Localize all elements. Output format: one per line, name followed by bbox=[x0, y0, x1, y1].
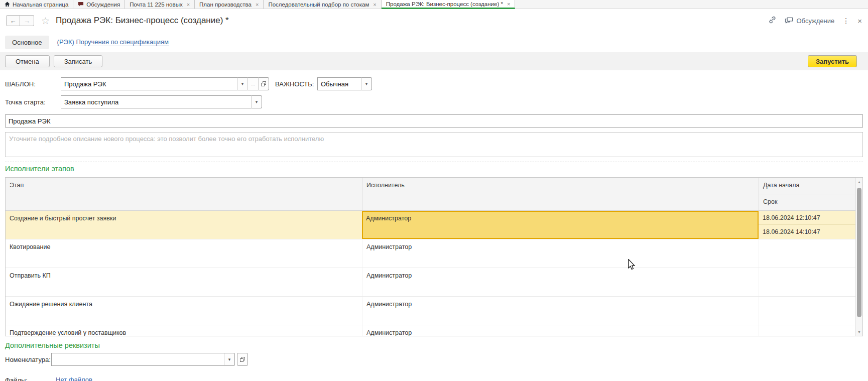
splitter[interactable] bbox=[5, 162, 863, 162]
table-row[interactable]: Ожидание решения клиента Администратор bbox=[6, 297, 862, 325]
nomenclature-label: Номенклатура: bbox=[5, 356, 51, 363]
start-point-field-group: ▾ bbox=[61, 95, 262, 108]
discussion-label: Обсуждение bbox=[796, 17, 834, 25]
files-label: Файлы: bbox=[5, 376, 56, 381]
process-name-input[interactable] bbox=[5, 114, 863, 128]
template-input[interactable] bbox=[61, 77, 237, 90]
form-header: ← → ☆ Продажа РЭК: Бизнес-процесс (созда… bbox=[0, 9, 868, 32]
template-label: ШАБЛОН: bbox=[5, 80, 61, 88]
discussion-button[interactable]: Обсуждение bbox=[785, 17, 834, 25]
stages-table: Этап Исполнитель Дата начала Срок Создан… bbox=[5, 177, 863, 336]
description-textarea[interactable] bbox=[5, 132, 863, 157]
dates-cell[interactable]: 18.06.2024 12:10:47 18.06.2024 14:10:47 bbox=[759, 211, 862, 239]
tab-label: Продажа РЭК: Бизнес-процесс (создание) * bbox=[386, 1, 503, 7]
start-button[interactable]: Запустить bbox=[808, 55, 857, 67]
close-icon[interactable]: × bbox=[187, 2, 190, 8]
form-content: ШАБЛОН: ▾ ... ВАЖНОСТЬ: ▾ Точка старта: … bbox=[0, 77, 868, 381]
importance-dropdown-icon[interactable]: ▾ bbox=[361, 77, 372, 90]
chat-icon bbox=[78, 2, 84, 7]
tab-label: Почта 11 225 новых bbox=[130, 2, 183, 8]
executor-cell-selected[interactable]: Администратор bbox=[362, 211, 759, 239]
cancel-button[interactable]: Отмена bbox=[5, 55, 50, 67]
scrollbar-thumb[interactable] bbox=[857, 188, 861, 317]
files-link[interactable]: Нет файлов... bbox=[56, 376, 98, 381]
close-icon[interactable]: × bbox=[256, 2, 259, 8]
nomenclature-field-group: ▾ bbox=[51, 353, 235, 366]
template-open-icon[interactable] bbox=[258, 77, 269, 90]
header-actions: Обсуждение ⋮ × bbox=[768, 16, 862, 26]
deadline-value: 18.06.2024 14:10:47 bbox=[759, 225, 862, 239]
tab-discussions[interactable]: Обсуждения bbox=[73, 0, 125, 9]
tab-production-plan[interactable]: План производства × bbox=[195, 0, 264, 9]
column-header-start-date[interactable]: Дата начала bbox=[759, 178, 862, 194]
nav-specifications-link[interactable]: (РЭК) Поручения по спецификациям bbox=[57, 38, 169, 46]
nav-main-tab[interactable]: Основное bbox=[5, 36, 49, 49]
tab-sequential-stock[interactable]: Последовательный подбор по стокам × bbox=[264, 0, 381, 9]
history-nav: ← → bbox=[6, 15, 34, 26]
template-choose-button[interactable]: ... bbox=[247, 77, 259, 90]
table-row[interactable]: Создание и быстрый просчет заявки Админи… bbox=[6, 211, 862, 239]
additional-section-title: Дополнительные реквизиты bbox=[5, 341, 863, 350]
close-icon[interactable]: × bbox=[373, 2, 376, 8]
dates-cell[interactable] bbox=[759, 325, 862, 336]
stage-cell[interactable]: Подтверждение условий у поставщиков bbox=[6, 325, 362, 336]
tab-label: План производства bbox=[199, 2, 252, 8]
scroll-up-icon[interactable]: ▲ bbox=[856, 178, 862, 185]
importance-label: ВАЖНОСТЬ: bbox=[275, 80, 317, 88]
importance-input[interactable] bbox=[317, 77, 361, 90]
table-row[interactable]: Подтверждение условий у поставщиков Адми… bbox=[6, 325, 862, 336]
start-point-label: Точка старта: bbox=[5, 98, 61, 106]
executor-cell[interactable]: Администратор bbox=[362, 297, 759, 325]
stages-section-title: Исполнители этапов bbox=[5, 165, 863, 174]
column-header-dates: Дата начала Срок bbox=[759, 178, 862, 210]
dates-cell[interactable] bbox=[759, 268, 862, 296]
start-point-input[interactable] bbox=[61, 95, 252, 108]
save-button[interactable]: Записать bbox=[54, 55, 103, 67]
table-row[interactable]: Отправить КП Администратор bbox=[6, 268, 862, 297]
table-row[interactable]: Квотирование Администратор bbox=[6, 239, 862, 268]
executor-cell[interactable]: Администратор bbox=[362, 268, 759, 296]
tab-home-page[interactable]: Начальная страница bbox=[0, 0, 73, 9]
executor-cell[interactable]: Администратор bbox=[362, 325, 759, 336]
nomenclature-open-icon[interactable] bbox=[237, 353, 248, 366]
table-scrollbar[interactable]: ▲ ▼ bbox=[855, 178, 862, 336]
page-title: Продажа РЭК: Бизнес-процесс (создание) * bbox=[56, 16, 229, 26]
tab-bar: Начальная страница Обсуждения Почта 11 2… bbox=[0, 0, 868, 9]
favorite-star-icon[interactable]: ☆ bbox=[41, 15, 50, 27]
template-field-group: ▾ ... bbox=[61, 77, 269, 90]
forward-button[interactable]: → bbox=[20, 15, 34, 26]
start-point-dropdown-icon[interactable]: ▾ bbox=[251, 95, 262, 108]
template-row: ШАБЛОН: ▾ ... ВАЖНОСТЬ: ▾ bbox=[5, 77, 863, 90]
tab-business-process[interactable]: Продажа РЭК: Бизнес-процесс (создание) *… bbox=[382, 0, 516, 9]
more-menu-icon[interactable]: ⋮ bbox=[842, 17, 849, 25]
nomenclature-dropdown-icon[interactable]: ▾ bbox=[224, 353, 235, 366]
tab-mail[interactable]: Почта 11 225 новых × bbox=[125, 0, 195, 9]
stage-cell[interactable]: Ожидание решения клиента bbox=[6, 297, 362, 325]
nomenclature-input[interactable] bbox=[51, 353, 224, 366]
dates-cell[interactable] bbox=[759, 297, 862, 325]
executor-cell[interactable]: Администратор bbox=[362, 239, 759, 268]
column-header-deadline[interactable]: Срок bbox=[759, 194, 862, 211]
column-header-executor[interactable]: Исполнитель bbox=[362, 178, 759, 210]
scroll-down-icon[interactable]: ▼ bbox=[856, 328, 862, 335]
get-link-icon[interactable] bbox=[768, 16, 777, 26]
tab-label: Обсуждения bbox=[86, 2, 120, 8]
stage-cell[interactable]: Создание и быстрый просчет заявки bbox=[6, 211, 362, 239]
table-header: Этап Исполнитель Дата начала Срок bbox=[6, 178, 862, 211]
home-icon bbox=[5, 2, 10, 7]
files-row: Файлы: Нет файлов... bbox=[5, 373, 863, 381]
stage-cell[interactable]: Отправить КП bbox=[6, 268, 362, 296]
close-form-icon[interactable]: × bbox=[857, 17, 862, 25]
close-icon[interactable]: × bbox=[507, 1, 510, 7]
back-button[interactable]: ← bbox=[6, 15, 20, 26]
start-date-value: 18.06.2024 12:10:47 bbox=[759, 211, 862, 225]
stage-cell[interactable]: Квотирование bbox=[6, 239, 362, 268]
dates-cell[interactable] bbox=[759, 239, 862, 268]
importance-field-group: ▾ bbox=[317, 77, 372, 90]
column-header-stage[interactable]: Этап bbox=[6, 178, 362, 210]
command-bar: Отмена Записать Запустить bbox=[0, 52, 868, 70]
section-nav: Основное (РЭК) Поручения по спецификация… bbox=[0, 32, 868, 52]
template-dropdown-icon[interactable]: ▾ bbox=[237, 77, 248, 90]
app-window: Начальная страница Обсуждения Почта 11 2… bbox=[0, 0, 868, 381]
nomenclature-row: Номенклатура: ▾ bbox=[5, 353, 863, 366]
